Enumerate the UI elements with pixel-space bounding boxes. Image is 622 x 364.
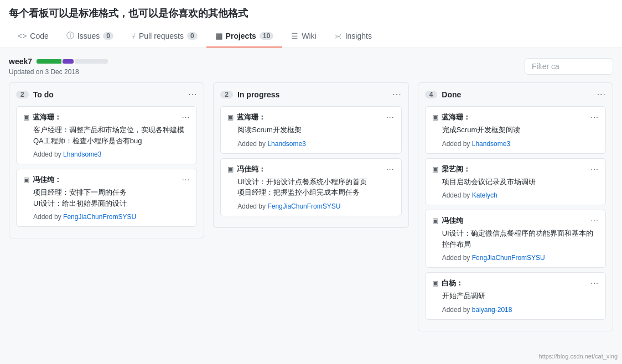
card-title-row: ▣ 蓝海珊： [432,112,470,122]
card-added-by[interactable]: Lhandsome3 [267,140,305,148]
card-card-1: ▣ 蓝海珊： ··· 客户经理：调整产品和市场定位，实现各种建模QA工程师：检查… [16,106,197,164]
column-menu-button[interactable]: ··· [597,90,606,100]
nav-tab-label: Pull requests [139,32,184,40]
card-content: 开始产品调研 [442,290,599,301]
nav-tab-projects[interactable]: ▦Projects10 [206,25,283,48]
column-title: To do [33,90,54,99]
card-title-row: ▣ 蓝海珊： [23,112,61,122]
card-icon: ▣ [227,165,234,173]
card-menu-button[interactable]: ··· [386,164,395,173]
card-header: ▣ 冯佳纯： ··· [23,175,190,185]
card-header: ▣ 蓝海珊： ··· [432,112,599,122]
card-author: 蓝海珊： [442,112,470,122]
card-title-row: ▣ 白杨： [432,278,463,288]
card-title-row: ▣ 梁艺阁： [432,164,470,174]
card-content: 项目启动会议记录及市场调研 [442,176,599,188]
column-header-in-progress: 2 In progress ··· [220,90,401,100]
card-footer: Added by FengJiaChunFromSYSU [442,254,599,262]
project-info: week7 Updated on 3 Dec 2018 [9,57,108,76]
card-menu-button[interactable]: ··· [590,278,599,287]
card-author: 冯佳纯： [33,175,61,185]
card-added-by[interactable]: baiyang-2018 [472,306,512,314]
wiki-icon: ☰ [291,32,298,40]
card-header: ▣ 蓝海珊： ··· [23,112,190,122]
column-menu-button[interactable]: ··· [392,90,401,100]
nav-tabs: <>CodeⓘIssues0⑂Pull requests0▦Projects10… [9,25,613,48]
card-footer: Added by FengJiaChunFromSYSU [33,213,190,221]
nav-tab-issues[interactable]: ⓘIssues0 [58,25,122,48]
card-footer: Added by Lhandsome3 [442,140,599,148]
card-card-8: ▣ 白杨： ··· 开始产品调研 Added by baiyang-2018 [425,272,606,320]
projects-icon: ▦ [215,32,222,40]
card-header: ▣ 冯佳纯 ··· [432,216,599,226]
card-content: UI设计：开始设计点餐系统小程序的首页项目经理：把握监控小组完成本周任务 [237,176,394,198]
card-footer: Added by Katelych [442,191,599,199]
column-todo: 2 To do ··· ▣ 蓝海珊： ··· 客户经理：调整产品和市场定位，实现… [9,82,204,238]
nav-tab-insights[interactable]: ⩙Insights [325,25,381,48]
card-author: 蓝海珊： [33,112,61,122]
card-menu-button[interactable]: ··· [386,112,395,121]
card-card-4: ▣ 冯佳纯： ··· UI设计：开始设计点餐系统小程序的首页项目经理：把握监控小… [220,158,401,216]
card-header: ▣ 梁艺阁： ··· [432,164,599,174]
nav-tab-label: Issues [77,32,100,40]
card-added-by[interactable]: FengJiaChunFromSYSU [267,202,340,210]
card-content: 阅读Scrum开发框架 [237,124,394,136]
page-header: 每个看板可以是标准格式，也可以是你喜欢的其他格式 <>CodeⓘIssues0⑂… [0,0,622,48]
column-title-group: 2 To do [16,90,54,99]
card-card-3: ▣ 蓝海珊： ··· 阅读Scrum开发框架 Added by Lhandsom… [220,106,401,154]
card-card-7: ▣ 冯佳纯 ··· UI设计：确定微信点餐程序的功能界面和基本的控件布局 Add… [425,210,606,268]
card-menu-button[interactable]: ··· [182,175,190,184]
nav-tab-pull-requests[interactable]: ⑂Pull requests0 [122,25,206,48]
card-added-by[interactable]: Lhandsome3 [472,140,510,148]
card-menu-button[interactable]: ··· [590,216,599,225]
nav-tab-code[interactable]: <>Code [9,25,58,48]
card-title-row: ▣ 冯佳纯： [227,164,266,174]
nav-tab-label: Projects [226,32,256,40]
card-menu-button[interactable]: ··· [590,112,599,121]
project-name: week7 [9,57,32,66]
column-in-progress: 2 In progress ··· ▣ 蓝海珊： ··· 阅读Scrum开发框架 [213,82,408,228]
card-card-5: ▣ 蓝海珊： ··· 完成Scrum开发框架阅读 Added by Lhands… [425,106,606,154]
project-updated: Updated on 3 Dec 2018 [9,68,108,76]
column-count: 2 [16,91,29,98]
column-menu-button[interactable]: ··· [188,90,197,100]
card-title-row: ▣ 蓝海珊： [227,112,266,122]
nav-tab-label: Wiki [302,32,316,40]
card-footer: Added by Lhandsome3 [237,140,394,148]
card-header: ▣ 蓝海珊： ··· [227,112,394,122]
card-icon: ▣ [432,279,438,287]
card-content: UI设计：确定微信点餐程序的功能界面和基本的控件布局 [442,228,599,249]
issues-icon: ⓘ [66,31,74,41]
nav-tab-badge: 10 [260,32,273,40]
nav-tab-wiki[interactable]: ☰Wiki [282,25,325,48]
card-footer: Added by FengJiaChunFromSYSU [237,202,394,210]
card-card-6: ▣ 梁艺阁： ··· 项目启动会议记录及市场调研 Added by Kately… [425,158,606,206]
card-icon: ▣ [23,113,29,121]
card-menu-button[interactable]: ··· [182,112,190,121]
card-icon: ▣ [432,217,438,225]
progress-green [37,59,61,64]
card-added-by[interactable]: Katelych [472,191,497,199]
nav-tab-label: Code [30,32,48,40]
card-header: ▣ 冯佳纯： ··· [227,164,394,174]
card-content: 项目经理：安排下一周的任务UI设计：给出初始界面的设计 [33,187,190,209]
filter-input[interactable] [525,58,613,75]
card-added-by[interactable]: FengJiaChunFromSYSU [63,213,136,221]
code-icon: <> [18,32,27,40]
column-title: Done [442,90,461,99]
nav-tab-badge: 0 [187,32,198,40]
card-added-by[interactable]: Lhandsome3 [63,150,101,158]
card-menu-button[interactable]: ··· [590,164,599,173]
card-content: 客户经理：调整产品和市场定位，实现各种建模QA工程师：检查小程序是否有bug [33,124,190,146]
card-card-2: ▣ 冯佳纯： ··· 项目经理：安排下一周的任务UI设计：给出初始界面的设计 A… [16,169,197,227]
card-title-row: ▣ 冯佳纯 [432,216,463,226]
column-header-done: 4 Done ··· [425,90,606,100]
card-added-by[interactable]: FengJiaChunFromSYSU [472,254,545,262]
project-progress [37,59,108,64]
page-title: 每个看板可以是标准格式，也可以是你喜欢的其他格式 [9,7,613,25]
card-author: 蓝海珊： [237,112,266,122]
card-icon: ▣ [432,165,438,173]
card-icon: ▣ [23,176,29,184]
nav-tab-badge: 0 [103,32,113,40]
card-footer: Added by Lhandsome3 [33,150,190,158]
